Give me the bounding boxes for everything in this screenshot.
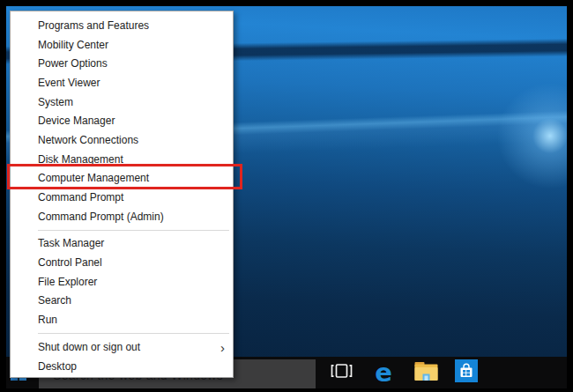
menu-item-desktop[interactable]: Desktop bbox=[11, 357, 233, 376]
menu-item-label: Control Panel bbox=[38, 256, 102, 269]
menu-item-label: Device Manager bbox=[38, 115, 115, 127]
task-view-icon bbox=[330, 362, 353, 383]
submenu-arrow-icon: › bbox=[220, 340, 225, 353]
menu-separator bbox=[38, 230, 229, 231]
menu-item-event-viewer[interactable]: Event Viewer bbox=[11, 73, 233, 92]
menu-item-label: Event Viewer bbox=[38, 77, 100, 89]
menu-item-system[interactable]: System bbox=[11, 92, 233, 112]
menu-item-label: Mobility Center bbox=[38, 39, 108, 51]
menu-item-label: Task Manager bbox=[38, 237, 104, 249]
menu-item-label: Command Prompt (Admin) bbox=[38, 211, 164, 223]
store-button[interactable] bbox=[449, 357, 484, 388]
menu-item-label: Shut down or sign out bbox=[38, 341, 140, 353]
menu-item-label: Search bbox=[38, 294, 71, 307]
menu-item-label: Power Options bbox=[38, 57, 108, 70]
menu-item-disk-management[interactable]: Disk Management bbox=[11, 150, 233, 169]
file-explorer-button[interactable] bbox=[408, 357, 443, 388]
winx-power-user-menu: Programs and FeaturesMobility CenterPowe… bbox=[10, 11, 234, 378]
screenshot-frame: Search the web and Windows e bbox=[0, 0, 573, 392]
menu-item-label: System bbox=[38, 96, 73, 108]
menu-item-network-connections[interactable]: Network Connections bbox=[11, 130, 233, 150]
menu-item-label: File Explorer bbox=[38, 276, 97, 288]
menu-item-run[interactable]: Run bbox=[11, 310, 233, 329]
menu-item-label: Command Prompt bbox=[38, 191, 123, 203]
menu-item-label: Programs and Features bbox=[38, 19, 149, 32]
menu-item-control-panel[interactable]: Control Panel bbox=[11, 253, 233, 272]
menu-item-computer-management[interactable]: Computer Management bbox=[11, 169, 233, 189]
menu-item-task-manager[interactable]: Task Manager bbox=[11, 234, 233, 254]
menu-item-mobility-center[interactable]: Mobility Center bbox=[11, 35, 233, 55]
menu-item-file-explorer[interactable]: File Explorer bbox=[11, 272, 233, 292]
edge-button[interactable]: e bbox=[366, 357, 401, 388]
task-view-button[interactable] bbox=[324, 357, 359, 388]
menu-item-label: Computer Management bbox=[38, 172, 149, 184]
menu-item-label: Network Connections bbox=[38, 134, 138, 146]
store-icon bbox=[455, 359, 478, 386]
menu-item-device-manager[interactable]: Device Manager bbox=[11, 111, 233, 130]
menu-item-label: Disk Management bbox=[38, 153, 123, 166]
menu-item-programs-and-features[interactable]: Programs and Features bbox=[11, 16, 233, 35]
edge-icon: e bbox=[375, 361, 392, 384]
file-explorer-icon bbox=[414, 361, 438, 385]
menu-item-power-options[interactable]: Power Options bbox=[11, 54, 233, 73]
menu-separator bbox=[38, 333, 229, 334]
menu-item-shut-down-or-sign-out[interactable]: Shut down or sign out› bbox=[11, 337, 233, 357]
desktop-screen: Search the web and Windows e bbox=[6, 6, 567, 388]
menu-item-label: Desktop bbox=[38, 360, 77, 373]
menu-item-command-prompt-admin[interactable]: Command Prompt (Admin) bbox=[11, 207, 233, 226]
menu-item-command-prompt[interactable]: Command Prompt bbox=[11, 188, 233, 207]
menu-item-search[interactable]: Search bbox=[11, 292, 233, 311]
menu-item-label: Run bbox=[38, 314, 57, 326]
